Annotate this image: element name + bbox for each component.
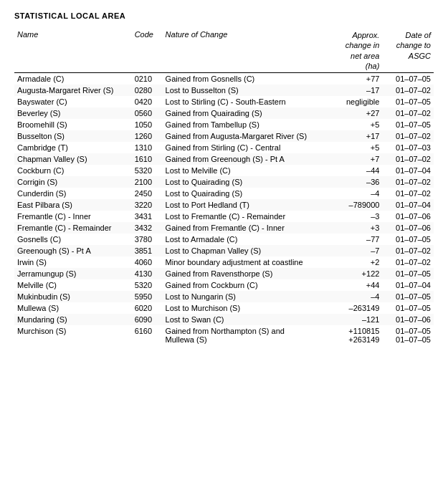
cell-date: 01–07–02 [382, 256, 434, 268]
cell-date: 01–07–02 [382, 130, 434, 142]
cell-approx: –36 [324, 176, 383, 188]
cell-approx: +122 [324, 268, 383, 279]
cell-code: 0280 [132, 85, 163, 96]
page-title: STATISTICAL LOCAL AREA [14, 11, 434, 20]
col-header-nature: Nature of Change [163, 29, 324, 73]
cell-name: East Pilbara (S) [14, 199, 132, 211]
cell-code: 5950 [132, 291, 163, 302]
cell-nature: Gained from Tambellup (S) [163, 119, 324, 130]
cell-date: 01–07–04 [382, 279, 434, 291]
cell-approx: –263149 [324, 302, 383, 314]
cell-name: Gosnells (C) [14, 234, 132, 245]
table-row: Cambridge (T)1310Gained from Stirling (C… [14, 142, 434, 153]
cell-approx: +7 [324, 153, 383, 165]
cell-name: Greenough (S) - Pt A [14, 245, 132, 256]
cell-code: 4060 [132, 256, 163, 268]
col-header-code: Code [132, 29, 163, 73]
table-row: Bayswater (C)0420Lost to Stirling (C) - … [14, 96, 434, 107]
table-row: Corrigin (S)2100Lost to Quairading (S)–3… [14, 176, 434, 188]
cell-date: 01–07–02 [382, 107, 434, 119]
cell-nature: Gained from Greenough (S) - Pt A [163, 153, 324, 165]
cell-nature: Lost to Murchison (S) [163, 302, 324, 314]
cell-approx: –789000 [324, 199, 383, 211]
table-row: Mullewa (S)6020Lost to Murchison (S)–263… [14, 302, 434, 314]
cell-approx: –121 [324, 314, 383, 325]
cell-nature: Lost to Quairading (S) [163, 176, 324, 188]
cell-code: 4130 [132, 268, 163, 279]
cell-approx: +27 [324, 107, 383, 119]
cell-name: Mullewa (S) [14, 302, 132, 314]
table-row: Gosnells (C)3780Lost to Armadale (C)–770… [14, 234, 434, 245]
cell-approx: +2 [324, 256, 383, 268]
cell-code: 6160 [132, 325, 163, 345]
cell-code: 2450 [132, 188, 163, 199]
table-row: Armadale (C)0210Gained from Gosnells (C)… [14, 73, 434, 85]
cell-date: 01–07–05 [382, 302, 434, 314]
cell-date: 01–07–02 [382, 188, 434, 199]
col-header-name: Name [14, 29, 132, 73]
cell-name: Murchison (S) [14, 325, 132, 345]
cell-approx: –4 [324, 188, 383, 199]
cell-nature: Gained from Fremantle (C) - Inner [163, 222, 324, 234]
cell-nature: Gained from Cockburn (C) [163, 279, 324, 291]
cell-approx: +5 [324, 119, 383, 130]
cell-approx: +17 [324, 130, 383, 142]
cell-name: Chapman Valley (S) [14, 153, 132, 165]
cell-date: 01–07–06 [382, 211, 434, 222]
cell-code: 1310 [132, 142, 163, 153]
cell-nature: Lost to Fremantle (C) - Remainder [163, 211, 324, 222]
cell-code: 5320 [132, 165, 163, 176]
cell-code: 3431 [132, 211, 163, 222]
table-row: Jerramungup (S)4130Gained from Ravenstho… [14, 268, 434, 279]
cell-date: 01–07–06 [382, 222, 434, 234]
table-row: Mundaring (S)6090Lost to Swan (C)–12101–… [14, 314, 434, 325]
cell-code: 3851 [132, 245, 163, 256]
table-row: Augusta-Margaret River (S)0280Lost to Bu… [14, 85, 434, 96]
cell-approx: –4 [324, 291, 383, 302]
cell-name: Jerramungup (S) [14, 268, 132, 279]
cell-code: 3220 [132, 199, 163, 211]
cell-date: 01–07–06 [382, 314, 434, 325]
table-row: Murchison (S)6160Gained from Northampton… [14, 325, 434, 345]
cell-date: 01–07–04 [382, 199, 434, 211]
cell-nature: Gained from Augusta-Margaret River (S) [163, 130, 324, 142]
cell-name: Corrigin (S) [14, 176, 132, 188]
cell-date: 01–07–0501–07–05 [382, 325, 434, 345]
cell-name: Fremantle (C) - Remainder [14, 222, 132, 234]
cell-nature: Lost to Busselton (S) [163, 85, 324, 96]
cell-date: 01–07–05 [382, 96, 434, 107]
table-row: Melville (C)5320Gained from Cockburn (C)… [14, 279, 434, 291]
cell-date: 01–07–05 [382, 234, 434, 245]
cell-nature: Lost to Stirling (C) - South-Eastern [163, 96, 324, 107]
col-header-approx: Approx.change innet area(ha) [324, 29, 383, 73]
table-row: Fremantle (C) - Remainder3432Gained from… [14, 222, 434, 234]
cell-code: 3432 [132, 222, 163, 234]
cell-date: 01–07–02 [382, 153, 434, 165]
cell-approx: –77 [324, 234, 383, 245]
cell-code: 1260 [132, 130, 163, 142]
col-header-date: Date ofchange toASGC [382, 29, 434, 73]
cell-nature: Gained from Ravensthorpe (S) [163, 268, 324, 279]
table-row: Cockburn (C)5320Lost to Melville (C)–440… [14, 165, 434, 176]
cell-date: 01–07–05 [382, 119, 434, 130]
cell-code: 0420 [132, 96, 163, 107]
cell-approx: –44 [324, 165, 383, 176]
cell-nature: Gained from Northampton (S) andMullewa (… [163, 325, 324, 345]
cell-name: Fremantle (C) - Inner [14, 211, 132, 222]
cell-name: Armadale (C) [14, 73, 132, 85]
cell-date: 01–07–05 [382, 73, 434, 85]
cell-nature: Lost to Swan (C) [163, 314, 324, 325]
cell-code: 6020 [132, 302, 163, 314]
cell-name: Busselton (S) [14, 130, 132, 142]
cell-name: Irwin (S) [14, 256, 132, 268]
cell-code: 5320 [132, 279, 163, 291]
table-row: Cunderdin (S)2450Lost to Quairading (S)–… [14, 188, 434, 199]
cell-name: Mukinbudin (S) [14, 291, 132, 302]
cell-approx: +3 [324, 222, 383, 234]
cell-code: 2100 [132, 176, 163, 188]
cell-approx: +77 [324, 73, 383, 85]
cell-date: 01–07–05 [382, 291, 434, 302]
cell-name: Cunderdin (S) [14, 188, 132, 199]
cell-nature: Lost to Melville (C) [163, 165, 324, 176]
table-row: East Pilbara (S)3220Lost to Port Hedland… [14, 199, 434, 211]
